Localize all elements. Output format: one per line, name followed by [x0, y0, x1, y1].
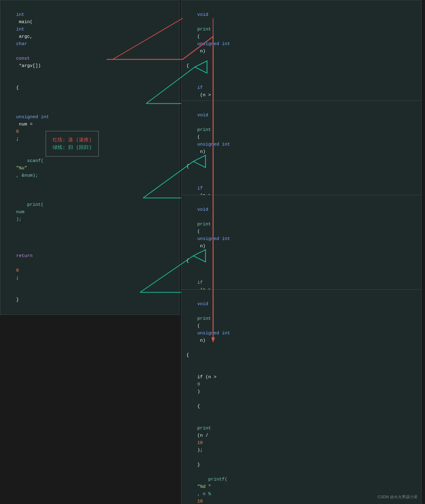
- r4-line-3: if (n > 9 ): [186, 359, 416, 403]
- legend-green-text: 绿线: 归 (回归): [53, 144, 92, 151]
- legend-red-text: 红线: 递 (递推): [53, 137, 92, 143]
- main-code-panel: int main( int argc, char const *argv[]) …: [0, 0, 180, 315]
- r3-line-1: void print ( unsigned int n): [186, 199, 416, 257]
- main-line-9: }: [5, 289, 174, 311]
- r1-line-1: void print ( unsigned int n): [186, 4, 416, 62]
- main-line-7: [5, 231, 174, 238]
- r2-line-2: {: [186, 163, 416, 170]
- right-panel-4: void print ( unsigned int n) { if (n > 9…: [181, 289, 422, 504]
- r4-line-2: {: [186, 352, 416, 359]
- r3-line-2: {: [186, 257, 416, 265]
- watermark: CSDN @火火男该小呆: [378, 494, 418, 500]
- r2-line-1: void print ( unsigned int n): [186, 104, 416, 163]
- main-line-5: [5, 187, 174, 194]
- r4-line-6: }: [186, 461, 416, 469]
- r1-line-2: {: [186, 62, 416, 70]
- r4-line-1: void print ( unsigned int n): [186, 293, 416, 352]
- r4-line-4: {: [186, 403, 416, 410]
- main-line-1: int main( int argc, char const *argv[]): [5, 4, 174, 77]
- legend-box: 红线: 递 (递推) 绿线: 归 (回归): [46, 131, 99, 157]
- main-line-8: return 0 ;: [5, 238, 174, 289]
- main-line-6: print( num );: [5, 194, 174, 231]
- r4-line-5: print (n / 10 );: [186, 410, 416, 461]
- main-line-2: {: [5, 77, 174, 99]
